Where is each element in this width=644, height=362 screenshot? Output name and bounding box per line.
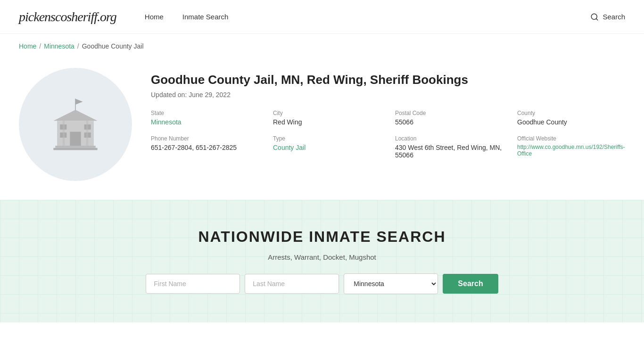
nav-home[interactable]: Home: [145, 13, 164, 21]
svg-rect-12: [86, 121, 89, 146]
header-search-label: Search: [603, 13, 625, 21]
header-search-button[interactable]: Search: [590, 13, 625, 21]
info-website: Official Website http://www.co.goodhue.m…: [517, 135, 625, 159]
breadcrumb-minnesota[interactable]: Minnesota: [44, 42, 74, 50]
county-label: County: [517, 110, 625, 116]
svg-rect-14: [53, 148, 97, 150]
info-county: County Goodhue County: [517, 110, 625, 126]
svg-rect-13: [55, 146, 96, 148]
svg-rect-11: [63, 121, 65, 146]
type-label: Type: [273, 135, 381, 142]
breadcrumb-home[interactable]: Home: [19, 42, 36, 50]
jail-building-icon: [38, 91, 113, 157]
type-value[interactable]: County Jail: [273, 144, 381, 151]
location-label: Location: [395, 135, 503, 142]
info-location: Location 430 West 6th Street, Red Wing, …: [395, 135, 503, 159]
breadcrumb-sep-1: /: [39, 42, 41, 50]
search-button[interactable]: Search: [443, 274, 498, 294]
svg-rect-6: [70, 132, 81, 147]
state-label: State: [151, 110, 259, 116]
jail-title: Goodhue County Jail, MN, Red Wing, Sheri…: [151, 73, 625, 87]
svg-marker-4: [53, 110, 97, 121]
nationwide-search-subtitle: Arrests, Warrant, Docket, Mugshot: [268, 253, 376, 261]
last-name-input[interactable]: [245, 274, 339, 294]
search-form: AlabamaAlaskaArizonaArkansasCaliforniaCo…: [146, 273, 498, 294]
info-type: Type County Jail: [273, 135, 381, 159]
postal-value: 55066: [395, 118, 503, 126]
svg-marker-3: [75, 99, 83, 105]
nationwide-search-section: NATIONWIDE INMATE SEARCH Arrests, Warran…: [0, 200, 644, 322]
info-city: City Red Wing: [273, 110, 381, 126]
state-select[interactable]: AlabamaAlaskaArizonaArkansasCaliforniaCo…: [344, 273, 438, 294]
nav-inmate-search[interactable]: Inmate Search: [182, 13, 229, 21]
jail-image: [19, 68, 132, 181]
nationwide-search-title: NATIONWIDE INMATE SEARCH: [198, 228, 446, 246]
county-value: Goodhue County: [517, 118, 625, 126]
location-value: 430 West 6th Street, Red Wing, MN, 55066: [395, 144, 503, 159]
info-phone: Phone Number 651-267-2804, 651-267-2825: [151, 135, 259, 159]
city-label: City: [273, 110, 381, 116]
info-state: State Minnesota: [151, 110, 259, 126]
jail-info: Goodhue County Jail, MN, Red Wing, Sheri…: [151, 68, 625, 159]
website-label: Official Website: [517, 135, 625, 142]
website-value[interactable]: http://www.co.goodhue.mn.us/192/Sheriffs…: [517, 144, 625, 157]
main-content: Goodhue County Jail, MN, Red Wing, Sheri…: [0, 58, 644, 200]
search-icon: [590, 13, 599, 21]
first-name-input[interactable]: [146, 274, 240, 294]
breadcrumb: Home / Minnesota / Goodhue County Jail: [0, 34, 644, 58]
svg-line-1: [596, 18, 598, 20]
postal-label: Postal Code: [395, 110, 503, 116]
main-nav: Home Inmate Search: [145, 13, 591, 21]
breadcrumb-current: Goodhue County Jail: [82, 42, 144, 50]
jail-updated: Updated on: June 29, 2022: [151, 91, 625, 99]
info-postal: Postal Code 55066: [395, 110, 503, 126]
phone-label: Phone Number: [151, 135, 259, 142]
site-logo[interactable]: pickenscosheriff.org: [19, 9, 116, 25]
breadcrumb-sep-2: /: [77, 42, 79, 50]
site-header: pickenscosheriff.org Home Inmate Search …: [0, 0, 644, 34]
jail-details-grid: State Minnesota City Red Wing Postal Cod…: [151, 110, 625, 159]
phone-value: 651-267-2804, 651-267-2825: [151, 144, 259, 151]
city-value: Red Wing: [273, 118, 381, 126]
state-value[interactable]: Minnesota: [151, 118, 259, 126]
